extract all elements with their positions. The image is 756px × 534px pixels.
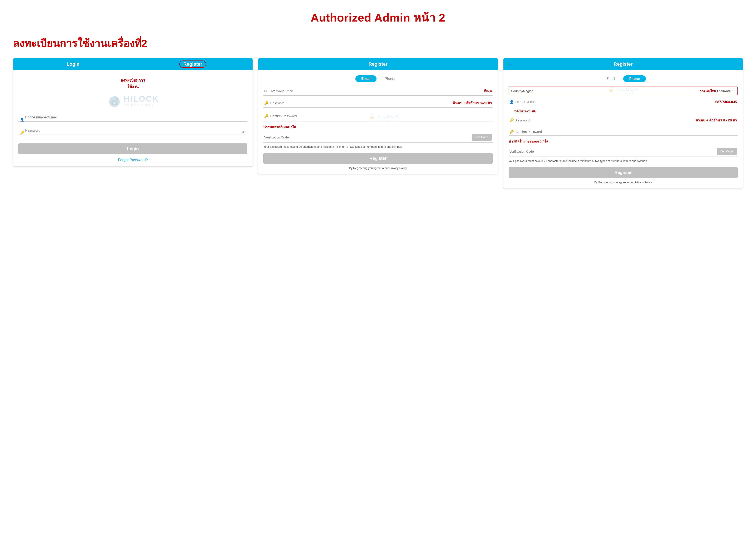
verification-row: Get Code xyxy=(263,132,493,142)
sms-code-annotation: นำรหัสใน message มาใส่ xyxy=(509,139,738,144)
login-panel: Login Register ลงทะเบียนการ ใช้งาน xyxy=(13,58,253,167)
password-input-row-2: 🔑 ตัวเลข + ตัวอักษร 8 - 20 ตัว xyxy=(509,116,738,125)
tab-phone-2[interactable]: Phone xyxy=(623,75,646,82)
login-panel-header: Login Register xyxy=(13,58,253,70)
password-input-2[interactable] xyxy=(270,101,451,105)
register-email-title: Register xyxy=(368,62,388,67)
country-annotation: ประเทศไทย xyxy=(700,89,716,93)
register-phone-panel: ← Register Email Phone 🔒 HILOCK SMART LO… xyxy=(503,58,743,189)
password-annotation-2: ตัวเลข + ตัวอักษร 8 - 20 ตัว xyxy=(696,117,737,123)
password-hint: Your password must have 8-20 characters,… xyxy=(263,145,493,149)
logo-area: HILOCK SMART LOCK xyxy=(18,93,247,108)
email-annotation: อีเมล xyxy=(484,88,492,94)
password-hint-2: Your password must have 8-20 characters,… xyxy=(509,159,738,163)
password-wrapper: 🔑 👁 xyxy=(18,126,247,139)
phone-email-input[interactable] xyxy=(18,113,247,122)
tab-login[interactable]: Login xyxy=(13,62,133,67)
register-button-2[interactable]: Register xyxy=(509,167,738,178)
register-email-body: Email Phone ✉ อีเมล 🔑 ตัวเลข + ตัวอักษร … xyxy=(258,70,498,174)
forgot-password-link[interactable]: Forgot Password? xyxy=(18,158,247,162)
password-input-3[interactable] xyxy=(516,118,694,122)
register-phone-title: Register xyxy=(613,62,633,67)
phone-value-annotation: 087-7464-035 xyxy=(715,100,737,104)
country-label: Country/Region xyxy=(511,89,700,93)
register-email-header: ← Register xyxy=(258,58,498,70)
tab-email-2[interactable]: Email xyxy=(600,75,621,82)
country-region-row[interactable]: Country/Region ประเทศไทย Thailand+66 xyxy=(509,87,738,95)
confirm-password-row-2: 🔑 xyxy=(509,128,738,136)
svg-rect-3 xyxy=(114,103,115,104)
confirm-password-row: 🔑 🔒 HILOCK SMART LOCK xyxy=(263,111,493,121)
email-input-row: ✉ อีเมล xyxy=(263,87,493,96)
lock-icon xyxy=(107,93,122,108)
tab-register[interactable]: Register xyxy=(133,61,253,68)
privacy-text-2: By Registering you agree to our Privacy … xyxy=(509,181,738,184)
phone-email-wrapper: 👤 xyxy=(18,113,247,126)
verification-row-2: Get Code xyxy=(509,146,738,157)
section-subtitle: ลงทะเบียนการใช้งานเครื่องที่2 xyxy=(13,35,743,51)
verification-input-2[interactable] xyxy=(509,150,715,153)
register-phone-header: ← Register xyxy=(503,58,743,70)
register-annotation: ลงทะเบียนการ ใช้งาน xyxy=(18,77,247,89)
get-code-button-2[interactable]: Get Code xyxy=(717,148,737,155)
phone-not-supported-annotation: **ยังไม่รองรับ 09 xyxy=(514,109,738,114)
register-email-panel: ← Register Email Phone ✉ อีเมล 🔑 ตัวเลข … xyxy=(258,58,498,174)
watermark-container: 🔒 HILOCK SMART LOCK Country/Region ประเท… xyxy=(509,87,738,95)
key-icon-2: 🔑 xyxy=(264,101,269,105)
privacy-text: By Registering you agree to our Privacy … xyxy=(263,166,493,170)
back-arrow-icon-2[interactable]: ← xyxy=(507,62,512,67)
logo-text: HILOCK SMART LOCK xyxy=(124,94,159,107)
tab-phone[interactable]: Phone xyxy=(379,75,401,82)
key-icon-5: 🔑 xyxy=(509,130,514,134)
phone-number-input[interactable] xyxy=(516,100,714,104)
register-button[interactable]: Register xyxy=(263,153,493,164)
register-phone-tabs: Email Phone xyxy=(509,75,738,82)
eye-icon[interactable]: 👁 xyxy=(242,131,246,135)
confirm-password-input[interactable] xyxy=(270,114,492,118)
user-icon-2: 👤 xyxy=(509,100,514,104)
email-code-annotation: นำรหัสจากอีเมลมาใส่ xyxy=(263,124,493,130)
logo-smartlock: SMART LOCK xyxy=(124,104,159,107)
password-input[interactable] xyxy=(18,126,247,135)
password-annotation: ตัวเลข + ตัวอักษร 8-20 ตัว xyxy=(452,100,492,106)
email-icon: ✉ xyxy=(264,89,267,93)
tab-email[interactable]: Email xyxy=(355,75,377,82)
login-button[interactable]: Login xyxy=(18,143,247,154)
email-input[interactable] xyxy=(269,89,482,93)
panels-container: Login Register ลงทะเบียนการ ใช้งาน xyxy=(13,58,743,189)
phone-input-row: 👤 087-7464-035 xyxy=(509,98,738,106)
verification-input[interactable] xyxy=(264,136,470,139)
country-value: Thailand+66 xyxy=(716,89,735,93)
logo-hilock: HILOCK xyxy=(124,94,159,104)
register-phone-body: Email Phone 🔒 HILOCK SMART LOCK Country/… xyxy=(503,70,743,188)
register-tabs: Email Phone xyxy=(263,75,493,82)
key-icon: 🔑 xyxy=(20,131,24,135)
page-title: Authorized Admin หน้า 2 xyxy=(13,9,743,26)
user-icon: 👤 xyxy=(20,117,24,121)
get-code-button[interactable]: Get Code xyxy=(472,134,492,140)
password-input-row: 🔑 ตัวเลข + ตัวอักษร 8-20 ตัว xyxy=(263,99,493,108)
register-circle-label[interactable]: Register xyxy=(179,61,206,68)
key-icon-4: 🔑 xyxy=(509,118,514,122)
login-panel-body: ลงทะเบียนการ ใช้งาน HILOCK SMART LOCK xyxy=(13,70,253,166)
key-icon-3: 🔑 xyxy=(264,114,269,118)
back-arrow-icon[interactable]: ← xyxy=(262,62,266,67)
confirm-password-input-2[interactable] xyxy=(516,130,737,134)
